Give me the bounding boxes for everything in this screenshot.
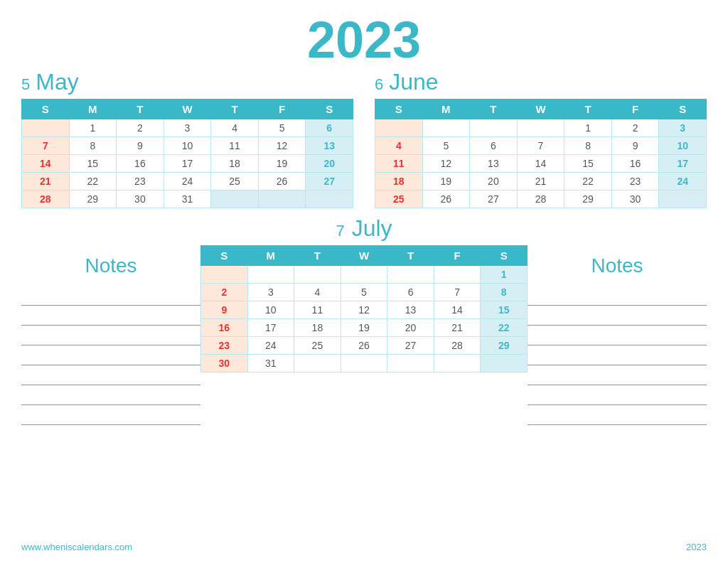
- may-th-f: F: [258, 100, 306, 119]
- table-row: 14151617181920: [22, 155, 353, 173]
- july-th-m: M: [247, 246, 294, 266]
- calendar-cell: [375, 119, 423, 137]
- notes-left: Notes: [21, 215, 200, 425]
- notes-line: [21, 286, 200, 306]
- july-name: July: [352, 215, 392, 242]
- calendar-cell: 29: [481, 337, 528, 355]
- calendar-cell: [517, 119, 564, 137]
- calendar-cell: 17: [164, 155, 211, 173]
- calendar-cell: [201, 266, 248, 284]
- table-row: 1: [201, 266, 528, 284]
- calendar-cell: 13: [470, 155, 518, 173]
- calendar-cell: 11: [211, 137, 259, 155]
- footer-url: www.wheniscalendars.com: [21, 542, 132, 552]
- calendar-cell: 29: [564, 191, 612, 208]
- calendar-cell: 5: [258, 119, 306, 137]
- may-header-row: S M T W T F S: [22, 100, 353, 119]
- calendar-cell: 22: [564, 173, 612, 191]
- july-th-s2: S: [481, 246, 528, 266]
- calendar-cell: 9: [117, 137, 164, 155]
- page: 2023 5 May S M T W T F S: [0, 0, 728, 563]
- table-row: 252627282930: [375, 191, 707, 208]
- footer: www.wheniscalendars.com 2023: [21, 538, 707, 552]
- may-section: 5 May S M T W T F S 12345678910111213141…: [21, 69, 353, 208]
- calendar-cell: 7: [517, 137, 564, 155]
- calendar-cell: 8: [564, 137, 612, 155]
- calendar-cell: [387, 355, 434, 372]
- calendar-cell: 10: [164, 137, 211, 155]
- notes-line: [21, 405, 200, 425]
- calendar-cell: 19: [422, 173, 470, 191]
- july-th-f: F: [434, 246, 481, 266]
- calendar-cell: [247, 266, 294, 284]
- calendar-cell: 2: [117, 119, 164, 137]
- june-th-s2: S: [659, 100, 707, 119]
- calendar-cell: 13: [387, 301, 434, 319]
- july-th-s: S: [201, 246, 248, 266]
- calendar-cell: 3: [659, 119, 707, 137]
- table-row: 123456: [22, 119, 353, 137]
- may-th-m: M: [69, 100, 117, 119]
- july-th-t2: T: [387, 246, 434, 266]
- calendar-cell: 12: [258, 137, 306, 155]
- june-header-row: S M T W T F S: [375, 100, 707, 119]
- may-number: 5: [21, 75, 30, 94]
- table-row: 16171819202122: [201, 319, 528, 337]
- table-row: 78910111213: [22, 137, 353, 155]
- june-th-s: S: [375, 100, 423, 119]
- calendar-cell: 14: [434, 301, 481, 319]
- calendar-cell: 1: [481, 266, 528, 284]
- notes-line: [528, 365, 707, 385]
- july-header: 7 July: [200, 215, 528, 242]
- calendar-cell: [22, 119, 70, 137]
- may-name: May: [36, 69, 78, 95]
- may-header: 5 May: [21, 69, 353, 95]
- calendar-cell: 10: [247, 301, 294, 319]
- calendar-cell: 2: [201, 284, 248, 301]
- calendar-cell: 1: [69, 119, 117, 137]
- calendar-cell: [341, 355, 387, 372]
- table-row: 28293031: [22, 191, 353, 208]
- calendar-cell: 3: [164, 119, 211, 137]
- calendar-cell: 12: [422, 155, 470, 173]
- calendar-cell: [387, 266, 434, 284]
- calendar-cell: 16: [117, 155, 164, 173]
- calendar-cell: 15: [69, 155, 117, 173]
- june-section: 6 June S M T W T F S 1234567891011121314…: [375, 69, 707, 208]
- notes-line: [21, 365, 200, 385]
- may-th-w: W: [164, 100, 211, 119]
- calendar-cell: 8: [481, 284, 528, 301]
- notes-right: Notes: [528, 215, 707, 425]
- calendar-cell: 11: [375, 155, 423, 173]
- may-th-t: T: [117, 100, 164, 119]
- calendar-cell: 7: [434, 284, 481, 301]
- notes-left-title: Notes: [21, 254, 200, 277]
- calendar-cell: 16: [201, 319, 248, 337]
- may-th-s: S: [22, 100, 70, 119]
- june-number: 6: [375, 75, 383, 94]
- calendar-cell: 27: [306, 173, 353, 191]
- calendar-cell: 19: [258, 155, 306, 173]
- calendar-cell: [481, 355, 528, 372]
- may-th-s2: S: [306, 100, 353, 119]
- calendar-cell: 26: [258, 173, 306, 191]
- calendar-cell: 26: [341, 337, 387, 355]
- june-name: June: [389, 69, 438, 95]
- june-calendar: S M T W T F S 12345678910111213141516171…: [375, 99, 707, 208]
- calendar-cell: 3: [247, 284, 294, 301]
- notes-line: [528, 385, 707, 405]
- calendar-cell: 23: [611, 173, 659, 191]
- july-th-w: W: [341, 246, 387, 266]
- july-calendar: S M T W T F S 12345678910111213141516171…: [200, 245, 528, 372]
- june-th-m: M: [422, 100, 470, 119]
- calendar-cell: [306, 191, 353, 208]
- calendar-cell: 7: [22, 137, 70, 155]
- calendar-cell: [434, 266, 481, 284]
- table-row: 18192021222324: [375, 173, 707, 191]
- calendar-cell: 5: [341, 284, 387, 301]
- calendar-cell: 26: [422, 191, 470, 208]
- calendar-cell: 22: [69, 173, 117, 191]
- calendar-cell: 13: [306, 137, 353, 155]
- calendar-cell: 6: [306, 119, 353, 137]
- notes-line: [528, 306, 707, 326]
